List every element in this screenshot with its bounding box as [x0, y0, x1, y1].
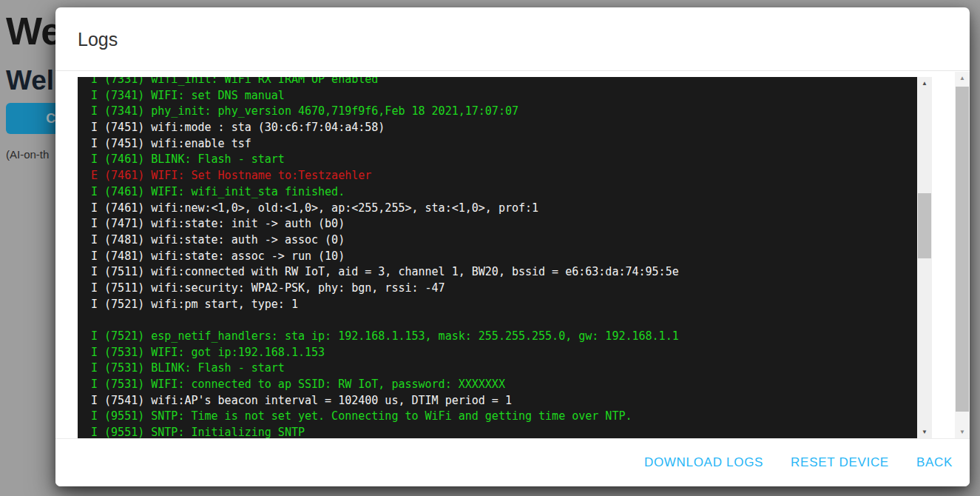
background-subheading: Wel [6, 65, 54, 96]
console-scrollbar-thumb[interactable] [918, 193, 931, 258]
log-line: I (7341) WIFI: set DNS manual [91, 88, 917, 104]
log-line: I (7331) wifi_init: WiFi RX IRAM OP enab… [91, 77, 917, 88]
log-console[interactable]: I (7331) wifi_init: WiFi RX IRAM OP enab… [78, 77, 932, 438]
log-line: I (7451) wifi:enable tsf [91, 136, 917, 153]
back-button[interactable]: BACK [915, 451, 954, 475]
download-logs-button[interactable]: DOWNLOAD LOGS [643, 451, 765, 475]
log-output: I (7331) wifi_init: WiFi RX IRAM OP enab… [78, 77, 917, 438]
log-line: I (9551) SNTP: Time is not set yet. Conn… [91, 409, 917, 425]
log-line: I (7451) wifi:mode : sta (30:c6:f7:04:a4… [91, 120, 917, 136]
log-line: I (7531) WIFI: connected to ap SSID: RW … [91, 377, 917, 393]
log-line: I (7521) esp_netif_handlers: sta ip: 192… [91, 329, 917, 345]
dialog-scrollbar-thumb[interactable] [956, 87, 969, 412]
screen: We Wel CON (AI-on-th Logs I (7331) wifi_… [0, 0, 980, 496]
log-line: I (7531) WIFI: got ip:192.168.1.153 [91, 345, 917, 361]
log-line: I (7461) WIFI: wifi_init_sta finished. [91, 184, 917, 201]
log-line: I (7521) wifi:pm start, type: 1 [91, 297, 917, 313]
dialog-title: Logs [78, 7, 118, 71]
log-line: I (7531) BLINK: Flash - start [91, 361, 917, 377]
dialog-body: I (7331) wifi_init: WiFi RX IRAM OP enab… [55, 72, 970, 438]
scroll-up-icon[interactable]: ▲ [917, 77, 932, 90]
scroll-down-icon[interactable]: ▼ [955, 426, 970, 438]
background-caption: (AI-on-th [6, 148, 49, 161]
dialog-scrollbar[interactable]: ▲ ▼ [955, 72, 970, 438]
console-scrollbar[interactable]: ▲ ▼ [917, 77, 932, 438]
background-heading: We [6, 9, 61, 53]
log-line: I (7461) BLINK: Flash - start [91, 152, 917, 168]
log-line: I (7511) wifi:connected with RW IoT, aid… [91, 264, 917, 281]
logs-dialog: Logs I (7331) wifi_init: WiFi RX IRAM OP… [55, 7, 970, 486]
dialog-footer: DOWNLOAD LOGSRESET DEVICEBACK [55, 438, 970, 486]
log-line: I (7461) wifi:new:<1,0>, old:<1,0>, ap:<… [91, 201, 917, 217]
dialog-header: Logs [55, 7, 970, 71]
reset-device-button[interactable]: RESET DEVICE [789, 451, 891, 475]
log-line [91, 312, 917, 329]
log-line: E (7461) WIFI: Set Hostname to:Testzaehl… [91, 168, 917, 184]
log-line: I (7481) wifi:state: assoc -> run (10) [91, 249, 917, 265]
log-line: I (7481) wifi:state: auth -> assoc (0) [91, 232, 917, 249]
log-line: I (7511) wifi:security: WPA2-PSK, phy: b… [91, 281, 917, 297]
log-line: I (7341) phy_init: phy_version 4670,719f… [91, 104, 917, 120]
scroll-up-icon[interactable]: ▲ [955, 72, 970, 84]
log-line: I (9551) SNTP: Initializing SNTP [91, 425, 917, 438]
log-line: I (7541) wifi:AP's beacon interval = 102… [91, 393, 917, 409]
log-line: I (7471) wifi:state: init -> auth (b0) [91, 216, 917, 232]
scroll-down-icon[interactable]: ▼ [917, 426, 932, 438]
